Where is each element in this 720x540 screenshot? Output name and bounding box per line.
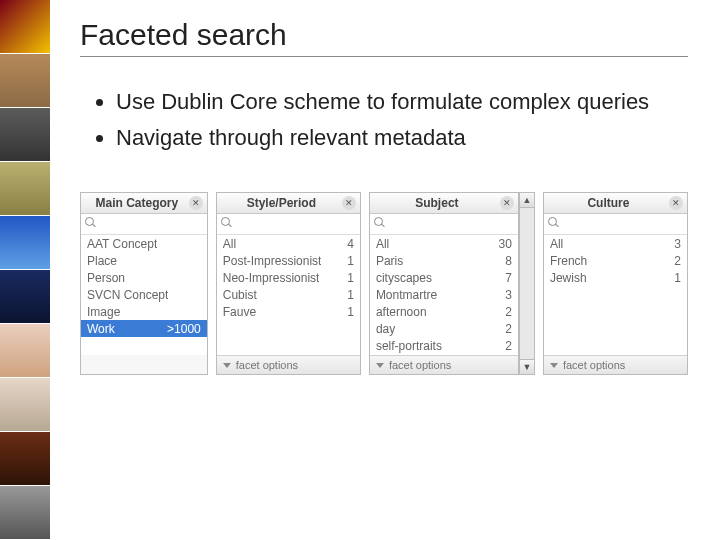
thumbnail bbox=[0, 0, 50, 54]
panel-search[interactable] bbox=[544, 214, 687, 235]
thumbnail bbox=[0, 378, 50, 432]
search-icon bbox=[85, 217, 96, 228]
panel-header: Culture ✕ bbox=[544, 193, 687, 214]
scroll-down-button[interactable]: ▼ bbox=[519, 359, 535, 375]
panel-body: All30 Paris8 cityscapes7 Montmartre3 aft… bbox=[370, 235, 518, 355]
panel-title: Subject bbox=[374, 196, 500, 210]
facet-item[interactable]: Cubist1 bbox=[217, 286, 360, 303]
facet-options[interactable]: facet options bbox=[370, 355, 518, 374]
bullet-list: Use Dublin Core scheme to formulate comp… bbox=[80, 87, 688, 152]
facet-item[interactable]: Image bbox=[81, 303, 207, 320]
close-icon[interactable]: ✕ bbox=[669, 196, 683, 210]
scroll-up-button[interactable]: ▲ bbox=[519, 192, 535, 208]
panel-search[interactable] bbox=[81, 214, 207, 235]
search-icon bbox=[374, 217, 385, 228]
facet-item[interactable]: day2 bbox=[370, 320, 518, 337]
chevron-down-icon bbox=[550, 363, 558, 368]
close-icon[interactable]: ✕ bbox=[500, 196, 514, 210]
panel-header: Style/Period ✕ bbox=[217, 193, 360, 214]
facet-item[interactable]: Neo-Impressionist1 bbox=[217, 269, 360, 286]
close-icon[interactable]: ✕ bbox=[189, 196, 203, 210]
facet-item-selected[interactable]: Work>1000 bbox=[81, 320, 207, 337]
panel-header: Subject ✕ bbox=[370, 193, 518, 214]
panel-main-category: Main Category ✕ AAT Concept Place Person… bbox=[80, 192, 208, 375]
scroll-track[interactable] bbox=[519, 208, 535, 359]
facet-item[interactable]: cityscapes7 bbox=[370, 269, 518, 286]
panel-title: Culture bbox=[548, 196, 669, 210]
facet-panels: Main Category ✕ AAT Concept Place Person… bbox=[80, 192, 688, 375]
panel-search[interactable] bbox=[370, 214, 518, 235]
search-icon bbox=[548, 217, 559, 228]
facet-item[interactable]: Post-Impressionist1 bbox=[217, 252, 360, 269]
panel-title: Style/Period bbox=[221, 196, 342, 210]
facet-item[interactable]: AAT Concept bbox=[81, 235, 207, 252]
facet-item[interactable]: afternoon2 bbox=[370, 303, 518, 320]
bullet-item: Use Dublin Core scheme to formulate comp… bbox=[116, 87, 688, 117]
facet-item[interactable]: Person bbox=[81, 269, 207, 286]
thumbnail bbox=[0, 108, 50, 162]
page-title: Faceted search bbox=[80, 18, 688, 57]
panel-header: Main Category ✕ bbox=[81, 193, 207, 214]
facet-options[interactable]: facet options bbox=[217, 355, 360, 374]
facet-options[interactable]: facet options bbox=[544, 355, 687, 374]
facet-item[interactable]: Fauve1 bbox=[217, 303, 360, 320]
facet-item[interactable]: All4 bbox=[217, 235, 360, 252]
thumbnail bbox=[0, 324, 50, 378]
bullet-item: Navigate through relevant metadata bbox=[116, 123, 688, 153]
facet-item[interactable]: SVCN Concept bbox=[81, 286, 207, 303]
facet-empty bbox=[544, 286, 687, 354]
panel-culture: Culture ✕ All3 French2 Jewish1 facet opt… bbox=[543, 192, 688, 375]
facet-item[interactable]: All30 bbox=[370, 235, 518, 252]
panel-body: All3 French2 Jewish1 bbox=[544, 235, 687, 355]
facet-item[interactable]: self-portraits2 bbox=[370, 337, 518, 354]
thumbnail bbox=[0, 432, 50, 486]
facet-item[interactable]: French2 bbox=[544, 252, 687, 269]
panel-body: All4 Post-Impressionist1 Neo-Impressioni… bbox=[217, 235, 360, 355]
panel-title: Main Category bbox=[85, 196, 189, 210]
thumbnail bbox=[0, 486, 50, 540]
search-icon bbox=[221, 217, 232, 228]
facet-item[interactable]: Jewish1 bbox=[544, 269, 687, 286]
chevron-down-icon bbox=[376, 363, 384, 368]
panel-style-period: Style/Period ✕ All4 Post-Impressionist1 … bbox=[216, 192, 361, 375]
panel-search[interactable] bbox=[217, 214, 360, 235]
thumbnail bbox=[0, 216, 50, 270]
chevron-down-icon bbox=[223, 363, 231, 368]
thumbnail bbox=[0, 270, 50, 324]
thumbnail-strip bbox=[0, 0, 50, 540]
thumbnail bbox=[0, 54, 50, 108]
facet-item[interactable]: Paris8 bbox=[370, 252, 518, 269]
facet-item[interactable]: Place bbox=[81, 252, 207, 269]
panel-subject: Subject ✕ All30 Paris8 cityscapes7 Montm… bbox=[369, 192, 519, 375]
facet-item[interactable]: All3 bbox=[544, 235, 687, 252]
panel-body: AAT Concept Place Person SVCN Concept Im… bbox=[81, 235, 207, 355]
close-icon[interactable]: ✕ bbox=[342, 196, 356, 210]
thumbnail bbox=[0, 162, 50, 216]
scrollbar[interactable]: ▲ ▼ bbox=[519, 192, 535, 375]
facet-item[interactable]: Montmartre3 bbox=[370, 286, 518, 303]
